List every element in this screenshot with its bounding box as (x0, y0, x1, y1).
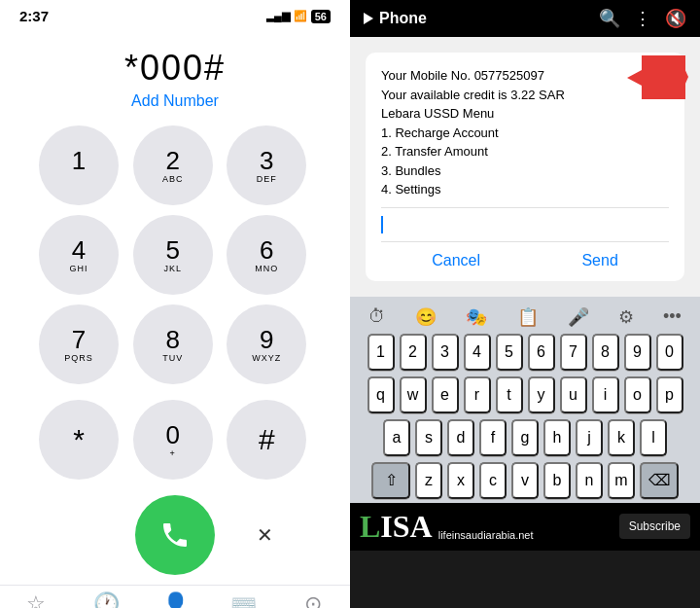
kb-a[interactable]: a (383, 419, 410, 456)
search-icon[interactable]: 🔍 (599, 8, 620, 29)
kb-0[interactable]: 0 (656, 334, 683, 371)
right-panel: Phone 🔍 ⋮ 🔇 Your Mobile No. 0577525097 Y… (350, 0, 700, 608)
kb-v[interactable]: v (511, 462, 539, 499)
nav-favorites[interactable]: ☆ Favorites (17, 591, 56, 608)
delete-icon: ✕ (257, 523, 273, 547)
watermark: L ISA lifeinsaudiarabia.net Subscribe (350, 503, 700, 551)
kb-4[interactable]: 4 (464, 334, 491, 371)
kb-s[interactable]: s (415, 419, 442, 456)
key-3[interactable]: 3 DEF (227, 125, 306, 205)
key-4[interactable]: 4 GHI (39, 215, 119, 295)
contacts-icon: 👤 (162, 591, 189, 608)
action-row: ✕ (39, 495, 311, 575)
kb-l[interactable]: l (640, 419, 667, 456)
kb-j[interactable]: j (576, 419, 603, 456)
key-0[interactable]: 0 + (133, 400, 213, 480)
keypad: 1 2 ABC 3 DEF 4 GHI 5 JKL 6 MNO (39, 125, 311, 384)
phone-app-title: Phone (379, 10, 427, 27)
kb-k[interactable]: k (608, 419, 635, 456)
kb-c[interactable]: c (479, 462, 507, 499)
kb-q[interactable]: q (368, 376, 395, 413)
key-6[interactable]: 6 MNO (227, 215, 306, 295)
dialog-input-area[interactable] (381, 207, 669, 241)
spacer (46, 495, 125, 575)
kb-e[interactable]: e (432, 376, 459, 413)
menu-item-4: 4. Settings (381, 180, 669, 199)
kb-zxcv-row: ⇧ z x c v b n m ⌫ (354, 462, 696, 499)
menu-item-3: 3. Bundles (381, 161, 669, 181)
sticker-icon[interactable]: 😊 (415, 306, 437, 328)
kb-1[interactable]: 1 (368, 334, 395, 371)
send-button[interactable]: Send (552, 252, 647, 269)
bottom-nav: ☆ Favorites 🕐 Recents 👤 Contacts ⌨️ Keyp… (0, 585, 350, 608)
mute-icon[interactable]: 🔇 (665, 8, 686, 29)
subscribe-button[interactable]: Subscribe (619, 514, 690, 539)
key-star[interactable]: * (39, 400, 119, 480)
kb-7[interactable]: 7 (560, 334, 587, 371)
nav-keypad[interactable]: ⌨️ Keypad (227, 591, 260, 608)
kb-d[interactable]: d (447, 419, 474, 456)
kb-r[interactable]: r (464, 376, 491, 413)
key-hash[interactable]: # (227, 400, 306, 480)
add-number-link[interactable]: Add Number (131, 92, 219, 110)
kb-w[interactable]: w (400, 376, 427, 413)
key-9[interactable]: 9 WXYZ (227, 304, 306, 384)
settings-icon[interactable]: ⚙ (618, 306, 634, 328)
call-button[interactable] (135, 495, 215, 575)
recents-icon: 🕐 (93, 591, 120, 608)
dialed-number: *000# (124, 48, 226, 89)
red-arrow-icon (622, 51, 690, 104)
kb-g[interactable]: g (511, 419, 539, 456)
kb-number-row: 1 2 3 4 5 6 7 8 9 0 (354, 334, 696, 371)
kb-6[interactable]: 6 (528, 334, 555, 371)
kb-h[interactable]: h (543, 419, 571, 456)
kb-t[interactable]: t (496, 376, 523, 413)
nav-recents[interactable]: 🕐 Recents (88, 591, 124, 608)
signal-icon: ▂▄▆ (266, 10, 290, 22)
clipboard-icon[interactable]: 📋 (517, 306, 539, 328)
kb-x[interactable]: x (447, 462, 474, 499)
kb-backspace[interactable]: ⌫ (640, 462, 679, 499)
kb-b[interactable]: b (543, 462, 571, 499)
svg-marker-0 (627, 55, 685, 99)
menu-title: Lebara USSD Menu (381, 106, 494, 121)
nav-contacts[interactable]: 👤 Contacts (157, 591, 194, 608)
kb-qwerty-row: q w e r t y u i o p (354, 376, 696, 413)
status-time: 2:37 (19, 8, 49, 24)
overflow-menu-icon[interactable]: ⋮ (634, 8, 651, 29)
gif-icon[interactable]: 🎭 (466, 306, 487, 328)
kb-9[interactable]: 9 (624, 334, 651, 371)
status-icons: ▂▄▆ 📶 56 (266, 10, 331, 23)
kb-o[interactable]: o (624, 376, 651, 413)
play-icon (364, 13, 373, 24)
key-5[interactable]: 5 JKL (133, 215, 213, 295)
kb-i[interactable]: i (592, 376, 619, 413)
kb-8[interactable]: 8 (592, 334, 619, 371)
kb-y[interactable]: y (528, 376, 555, 413)
status-bar: 2:37 ▂▄▆ 📶 56 (0, 0, 350, 28)
key-1[interactable]: 1 (39, 125, 119, 205)
key-7[interactable]: 7 PQRS (39, 304, 119, 384)
mic-icon[interactable]: 🎤 (568, 306, 589, 328)
cancel-button[interactable]: Cancel (402, 252, 509, 269)
kb-m[interactable]: m (608, 462, 635, 499)
red-arrow-container (622, 51, 690, 108)
kb-n[interactable]: n (576, 462, 603, 499)
header-icons: 🔍 ⋮ 🔇 (599, 8, 686, 29)
kb-asdf-row: a s d f g h j k l (354, 419, 696, 456)
kb-2[interactable]: 2 (400, 334, 427, 371)
kb-z[interactable]: z (415, 462, 442, 499)
emoji-icon[interactable]: ⏱ (368, 306, 386, 328)
more-icon[interactable]: ••• (663, 306, 682, 328)
kb-u[interactable]: u (560, 376, 587, 413)
kb-shift[interactable]: ⇧ (371, 462, 410, 499)
delete-button[interactable]: ✕ (225, 495, 304, 575)
kb-3[interactable]: 3 (432, 334, 459, 371)
key-2[interactable]: 2 ABC (133, 125, 213, 205)
nav-voicemail[interactable]: ⊙ Voicemail (293, 591, 334, 608)
key-8[interactable]: 8 TUV (133, 304, 213, 384)
kb-f[interactable]: f (479, 419, 507, 456)
keypad-icon: ⌨️ (230, 591, 257, 608)
kb-p[interactable]: p (656, 376, 683, 413)
kb-5[interactable]: 5 (496, 334, 523, 371)
